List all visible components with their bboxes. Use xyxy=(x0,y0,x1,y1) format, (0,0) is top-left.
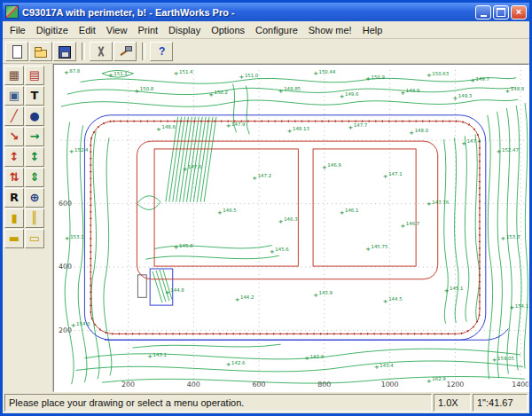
svg-text:+: + xyxy=(208,91,214,98)
text-tool-icon: T xyxy=(31,88,39,104)
bar-tool-icon: ▬ xyxy=(9,231,20,247)
help-button[interactable] xyxy=(150,42,173,61)
menu-item-options[interactable]: Options xyxy=(206,23,250,37)
pencil-tool-button[interactable]: ╱ xyxy=(4,106,24,126)
menu-item-edit[interactable]: Edit xyxy=(74,23,101,37)
maximize-icon xyxy=(497,8,505,17)
svg-text:146.5: 146.5 xyxy=(223,208,236,213)
svg-text:+: + xyxy=(340,209,345,216)
svg-text:800: 800 xyxy=(317,381,331,389)
svg-text:149.3: 149.3 xyxy=(458,93,472,98)
menu-item-help[interactable]: Help xyxy=(357,23,388,37)
svg-text:149.9: 149.9 xyxy=(406,88,420,93)
menu-item-show-me[interactable]: Show me! xyxy=(303,23,357,37)
svg-text:150.9: 150.9 xyxy=(371,75,385,80)
svg-text:142.9: 142.9 xyxy=(310,354,325,359)
save-button[interactable] xyxy=(53,42,76,61)
svg-text:148.6: 148.6 xyxy=(161,124,176,130)
minimize-button[interactable] xyxy=(475,5,491,20)
outline-bar-tool-button[interactable]: ▭ xyxy=(25,229,44,248)
report-tool-icon: R xyxy=(10,190,19,206)
section-tool-button[interactable]: ▣ xyxy=(4,86,24,106)
balance-tool-button[interactable]: ⇕ xyxy=(25,168,44,187)
close-icon: × xyxy=(516,7,521,17)
svg-text:147.9: 147.9 xyxy=(231,122,246,127)
cut-tool-button[interactable]: ↕ xyxy=(4,147,24,167)
slope-arrow-tool-icon: ↘ xyxy=(10,129,20,145)
svg-text:+: + xyxy=(492,357,497,364)
svg-text:+: + xyxy=(365,246,371,253)
close-button[interactable]: × xyxy=(511,5,527,20)
svg-text:+: + xyxy=(217,209,223,216)
cut-fill-tool-button[interactable]: ⇅ xyxy=(4,168,24,187)
fill-tool-button[interactable]: ↕ xyxy=(25,147,44,167)
menu-item-print[interactable]: Print xyxy=(132,23,163,37)
svg-text:153.1: 153.1 xyxy=(70,234,83,239)
slope-hatch-lines xyxy=(153,117,216,302)
column-tool-button[interactable]: ▮ xyxy=(4,208,24,228)
svg-text:150.2: 150.2 xyxy=(214,90,227,95)
svg-text:+: + xyxy=(426,200,432,208)
svg-text:149.7: 149.7 xyxy=(476,76,489,82)
svg-text:143.1: 143.1 xyxy=(153,352,167,357)
profile-tool-button[interactable]: ▤ xyxy=(25,66,44,85)
new-document-button[interactable] xyxy=(5,42,28,61)
svg-text:154.0: 154.0 xyxy=(76,321,90,326)
svg-text:+: + xyxy=(505,88,511,95)
cut-fill-tool-icon: ⇅ xyxy=(10,169,20,185)
svg-text:+: + xyxy=(461,140,466,147)
section-tool-icon: ▣ xyxy=(9,88,20,104)
menu-item-view[interactable]: View xyxy=(101,23,133,37)
svg-text:87.8: 87.8 xyxy=(69,68,81,74)
svg-text:+: + xyxy=(383,298,388,305)
columns-tool-button[interactable]: ║ xyxy=(25,208,44,228)
svg-text:143.9: 143.9 xyxy=(318,290,332,295)
menu-item-display[interactable]: Display xyxy=(163,23,206,37)
menu-item-file[interactable]: File xyxy=(4,23,31,37)
tools-button[interactable] xyxy=(113,42,137,61)
svg-text:145.1: 145.1 xyxy=(450,286,463,291)
site-plan-drawing[interactable]: 200400600800100012001400 600400200 +87.8… xyxy=(54,65,528,391)
svg-text:+: + xyxy=(313,292,318,299)
svg-text:+: + xyxy=(226,122,231,130)
svg-text:151.4: 151.4 xyxy=(179,69,193,75)
svg-text:1200: 1200 xyxy=(446,381,464,389)
app-icon xyxy=(5,5,19,19)
svg-text:162.9: 162.9 xyxy=(432,376,446,381)
status-message: Please place your drawing or select a me… xyxy=(4,394,432,412)
toolbar-separator xyxy=(82,43,85,60)
main-area: ▦▤▣T╱●↘→↕↕⇅⇕R⊕▮║▬▭ xyxy=(3,64,529,392)
text-tool-button[interactable]: T xyxy=(25,86,44,106)
svg-text:+: + xyxy=(374,364,379,371)
svg-text:154.1: 154.1 xyxy=(515,303,528,309)
slope-arrow-tool-button[interactable]: ↘ xyxy=(4,127,24,146)
report-tool-button[interactable]: R xyxy=(4,188,24,208)
svg-text:+: + xyxy=(409,130,414,137)
svg-text:152.47: 152.47 xyxy=(502,147,519,153)
maximize-button[interactable] xyxy=(493,5,509,20)
svg-text:143.4: 143.4 xyxy=(379,363,394,368)
columns-tool-icon: ║ xyxy=(31,210,38,226)
svg-text:147.76: 147.76 xyxy=(432,200,449,205)
svg-text:+: + xyxy=(287,128,293,135)
svg-text:+: + xyxy=(252,175,257,182)
menu-item-configure[interactable]: Configure xyxy=(250,23,303,37)
svg-text:159.05: 159.05 xyxy=(497,356,514,361)
direction-tool-button[interactable]: → xyxy=(25,127,44,146)
plan-grid-tool-button[interactable]: ▦ xyxy=(4,66,24,85)
pencil-tool-icon: ╱ xyxy=(11,108,18,124)
svg-text:148.0: 148.0 xyxy=(415,128,429,133)
svg-text:144.5: 144.5 xyxy=(388,296,402,302)
svg-text:+: + xyxy=(501,235,506,242)
new-document-icon xyxy=(10,44,24,59)
cut-button[interactable] xyxy=(90,42,113,61)
svg-text:151.1: 151.1 xyxy=(113,71,127,76)
svg-text:146.3: 146.3 xyxy=(284,216,297,222)
open-folder-button[interactable] xyxy=(29,42,52,61)
menu-item-digitize[interactable]: Digitize xyxy=(31,23,74,37)
zoom-tool-button[interactable]: ⊕ xyxy=(25,188,44,208)
svg-text:+: + xyxy=(444,287,450,294)
point-tool-button[interactable]: ● xyxy=(25,106,44,126)
bar-tool-button[interactable]: ▬ xyxy=(4,229,24,248)
svg-text:+: + xyxy=(426,72,432,79)
